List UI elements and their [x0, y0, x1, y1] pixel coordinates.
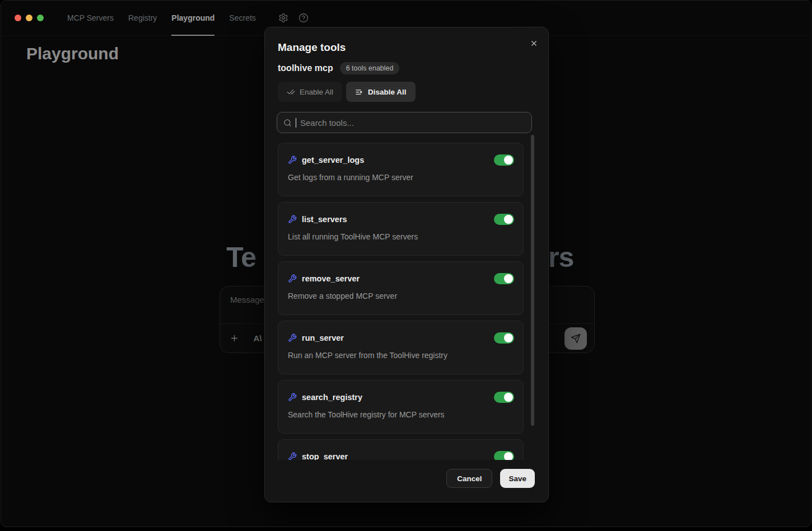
- tool-card: list_servers List all running ToolHive M…: [278, 202, 524, 256]
- server-row: toolhive mcp 6 tools enabled: [278, 62, 535, 74]
- tool-name: stop_server: [302, 452, 348, 460]
- traffic-lights: [15, 15, 44, 21]
- tool-description: Remove a stopped MCP server: [288, 292, 514, 300]
- tools-enabled-badge: 6 tools enabled: [340, 62, 400, 74]
- tool-list: get_server_logs Get logs from a running …: [265, 143, 548, 460]
- tool-toggle[interactable]: [494, 451, 514, 460]
- wrench-icon: [288, 333, 297, 342]
- tool-name: run_server: [302, 333, 344, 342]
- tool-card: remove_server Remove a stopped MCP serve…: [278, 261, 524, 315]
- text-caret: [296, 118, 296, 128]
- manage-tools-dialog: Manage tools toolhive mcp 6 tools enable…: [264, 27, 549, 502]
- tool-name: search_registry: [302, 393, 362, 402]
- tool-description: Run an MCP server from the ToolHive regi…: [288, 351, 514, 360]
- dialog-footer: Cancel Save: [446, 469, 535, 488]
- double-check-icon: [287, 88, 295, 96]
- tool-toggle[interactable]: [494, 392, 514, 403]
- close-window-button[interactable]: [15, 15, 21, 21]
- minimize-window-button[interactable]: [26, 15, 32, 21]
- tool-toggle[interactable]: [494, 214, 514, 225]
- tool-name: list_servers: [302, 215, 347, 224]
- zoom-window-button[interactable]: [37, 15, 44, 21]
- tool-toggle[interactable]: [494, 154, 514, 166]
- wrench-icon: [288, 215, 297, 224]
- close-icon: [530, 39, 538, 48]
- wrench-icon: [288, 156, 297, 165]
- tool-card: search_registry Search the ToolHive regi…: [278, 380, 524, 434]
- dialog-close-button[interactable]: [527, 36, 540, 50]
- search-icon: [283, 119, 292, 127]
- cancel-button[interactable]: Cancel: [446, 469, 492, 488]
- tool-card: stop_server: [278, 439, 524, 460]
- tool-name: remove_server: [302, 274, 360, 283]
- tool-name: get_server_logs: [302, 156, 364, 165]
- bulk-actions: Enable All Disable All: [278, 82, 535, 102]
- server-name: toolhive mcp: [278, 63, 333, 73]
- wrench-icon: [288, 393, 297, 402]
- enable-all-button[interactable]: Enable All: [278, 82, 342, 102]
- save-button[interactable]: Save: [500, 469, 535, 488]
- tool-description: Get logs from a running MCP server: [288, 173, 514, 182]
- search-input[interactable]: [300, 118, 525, 128]
- tool-description: List all running ToolHive MCP servers: [288, 232, 514, 241]
- wrench-icon: [288, 452, 297, 460]
- tool-search: [277, 112, 532, 133]
- wrench-icon: [288, 274, 297, 283]
- tool-card: get_server_logs Get logs from a running …: [278, 143, 524, 196]
- tool-description: Search the ToolHive registry for MCP ser…: [288, 410, 514, 419]
- list-x-icon: [355, 88, 363, 96]
- tool-toggle[interactable]: [494, 273, 514, 284]
- scrollbar-thumb[interactable]: [531, 135, 534, 426]
- tool-card: run_server Run an MCP server from the To…: [278, 321, 524, 374]
- dialog-title: Manage tools: [278, 41, 535, 54]
- app-window: MCP ServersRegistryPlaygroundSecrets Pla…: [1, 0, 811, 527]
- tool-toggle[interactable]: [494, 332, 514, 344]
- disable-all-button[interactable]: Disable All: [346, 82, 416, 102]
